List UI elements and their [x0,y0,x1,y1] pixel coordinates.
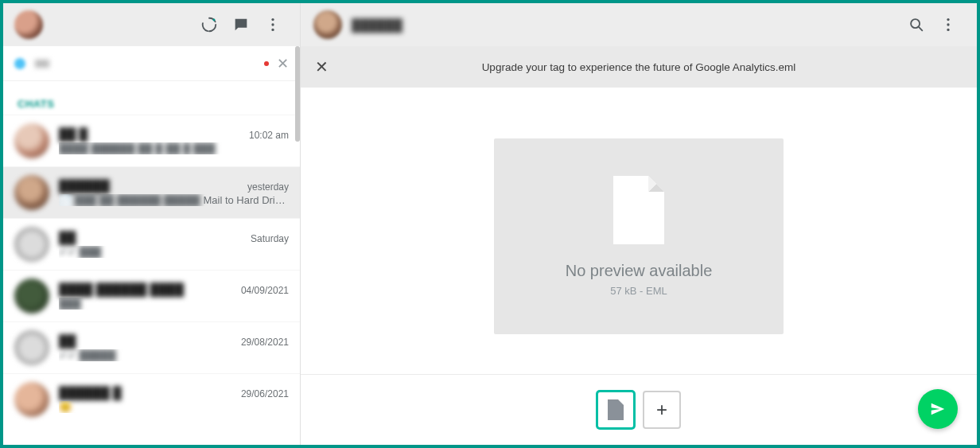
svg-point-1 [271,18,274,21]
app-frame: ✕ CHATS ██ █10:02 am████ ██████ ██ █ ██ … [0,0,980,448]
chat-name: ██████ [59,179,110,193]
svg-point-3 [271,29,274,31]
search-icon[interactable] [900,9,932,41]
status-icon[interactable] [193,9,225,41]
chat-item[interactable]: ████ ██████ ████04/09/2021███ [3,270,300,321]
chat-snippet: ████ ██████ ██ █ ██ █ ███ [59,142,289,154]
menu-icon[interactable] [257,9,289,41]
chat-avatar [14,330,49,365]
contact-name[interactable]: ██████ [352,18,402,32]
svg-line-5 [919,27,922,30]
chat-time: yesterday [247,181,289,193]
unread-dot-icon [264,61,269,66]
chat-list: ██ █10:02 am████ ██████ ██ █ ██ █ ██████… [3,115,300,445]
preview-area: No preview available 57 kB - EML [301,88,977,375]
chat-time: 04/09/2021 [241,285,289,296]
attachment-header-bar: ✕ Upgrade your tag to experience the fut… [301,46,977,88]
search-filter-row: ✕ [3,46,300,81]
tab-chats[interactable]: CHATS [3,81,300,115]
chat-item[interactable]: ██29/08/2021✔✔ █████ [3,321,300,373]
my-avatar[interactable] [14,10,43,39]
document-icon [613,176,664,244]
chat-body: ██Saturday✔✔ ███ [59,231,289,258]
chat-name: ██ [59,334,76,348]
chat-name: ██████ █ [59,386,122,399]
main-panel: ██████ ✕ Upgrade your tag to experience … [301,3,977,445]
svg-point-8 [947,29,949,31]
file-meta: 57 kB - EML [610,285,667,297]
chat-body: ██ █10:02 am████ ██████ ██ █ ██ █ ███ [59,127,289,154]
chat-body: ██29/08/2021✔✔ █████ [59,334,289,361]
chat-time: 29/06/2021 [241,388,289,399]
chat-avatar [14,123,49,158]
scrollbar[interactable] [295,46,300,142]
chat-item[interactable]: ██████yesterday📄 ███ ██ ██████ █████ Mai… [3,166,300,218]
chat-avatar [14,382,49,417]
attachment-tray: + [301,375,977,445]
chat-avatar [14,279,49,314]
svg-point-0 [212,19,215,21]
new-chat-icon[interactable] [225,9,257,41]
chat-body: ████ ██████ ████04/09/2021███ [59,282,289,310]
chat-avatar [14,175,49,210]
filter-chip-text[interactable] [35,60,49,68]
chat-menu-icon[interactable] [932,9,964,41]
sidebar-header [3,3,300,46]
filter-chip-icon[interactable] [14,58,25,69]
chat-item[interactable]: ██Saturday✔✔ ███ [3,218,300,270]
chat-body: ██████ █29/06/2021😊 [59,386,289,413]
attachment-thumb[interactable] [597,391,635,429]
close-icon[interactable]: ✕ [301,57,342,76]
chat-name: ██ █ [59,127,88,141]
chat-snippet: ✔✔ ███ [59,246,289,258]
clear-filter-icon[interactable]: ✕ [277,56,289,71]
preview-box: No preview available 57 kB - EML [494,138,784,334]
document-icon [608,399,624,420]
chat-name: ████ ██████ ████ [59,282,184,296]
chat-snippet: ███ [59,298,289,310]
sidebar: ✕ CHATS ██ █10:02 am████ ██████ ██ █ ██ … [3,3,301,445]
chat-snippet: ✔✔ █████ [59,349,289,361]
chat-name: ██ [59,231,76,244]
chat-time: 29/08/2021 [241,337,289,348]
send-button[interactable] [918,389,958,429]
svg-point-6 [947,18,949,21]
chat-snippet: 📄 ███ ██ ██████ █████ Mail to Hard Drive… [59,194,289,206]
attachment-filename: Upgrade your tag to experience the futur… [301,61,977,73]
chat-header: ██████ [301,3,977,46]
add-attachment-button[interactable]: + [643,391,681,429]
svg-point-4 [911,19,920,28]
chat-body: ██████yesterday📄 ███ ██ ██████ █████ Mai… [59,179,289,206]
chat-item[interactable]: ██████ █29/06/2021😊 [3,373,300,425]
svg-point-2 [271,23,274,25]
chat-snippet: 😊 [59,401,289,413]
chat-item[interactable]: ██ █10:02 am████ ██████ ██ █ ██ █ ███ [3,115,300,166]
plus-icon: + [656,400,667,419]
chat-time: 10:02 am [249,130,289,141]
chat-avatar [14,227,49,262]
contact-avatar[interactable] [313,10,342,39]
svg-point-7 [947,23,949,25]
chat-time: Saturday [251,233,289,244]
no-preview-text: No preview available [566,262,713,280]
